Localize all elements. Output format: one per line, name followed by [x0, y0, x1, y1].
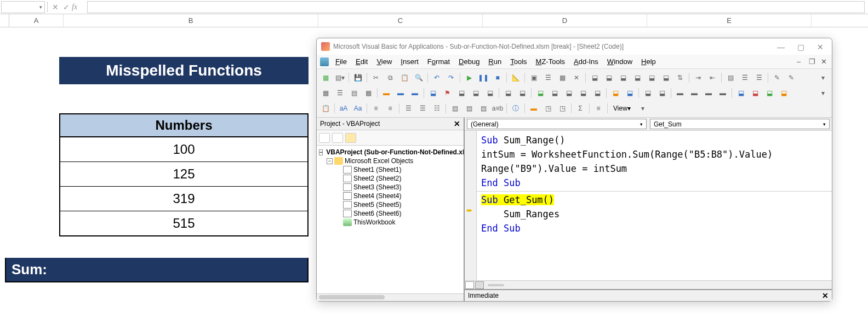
- tb-icon[interactable]: ▬: [408, 87, 421, 99]
- cut-icon[interactable]: ✂: [369, 72, 382, 84]
- tb-icon[interactable]: ◳: [556, 102, 569, 114]
- tb-icon[interactable]: ⬓: [426, 87, 439, 99]
- tb-icon[interactable]: ⬓: [548, 87, 561, 99]
- tb-icon[interactable]: ⬓: [655, 87, 669, 99]
- table-row[interactable]: 100: [59, 137, 309, 162]
- tb-icon[interactable]: ▤: [347, 87, 361, 99]
- object-dropdown[interactable]: (General)▾: [467, 119, 647, 129]
- tb-icon[interactable]: ⬓: [609, 87, 622, 99]
- enter-icon[interactable]: ✓: [61, 3, 72, 11]
- run-icon[interactable]: ▶: [462, 72, 476, 84]
- tb-icon[interactable]: ⬓: [516, 87, 529, 99]
- tb-icon[interactable]: ☰: [416, 102, 429, 114]
- find-icon[interactable]: 🔍: [412, 72, 425, 84]
- tb-icon[interactable]: ⬓: [777, 87, 790, 99]
- tb-icon[interactable]: ≡: [384, 102, 397, 114]
- horizontal-scrollbar[interactable]: [488, 284, 504, 286]
- tb-icon[interactable]: ⬓: [469, 87, 482, 99]
- code-gutter[interactable]: ➨: [465, 131, 477, 280]
- tb-icon[interactable]: ☰: [333, 87, 346, 99]
- procedure-dropdown[interactable]: Get_Sum▾: [650, 119, 830, 129]
- tb-icon[interactable]: ▤: [724, 72, 737, 84]
- tb-icon[interactable]: ≡: [592, 102, 605, 114]
- project-tree[interactable]: −VBAProject (Sub-or-Function-Not-Defined…: [317, 146, 464, 293]
- tb-icon[interactable]: ⬓: [455, 87, 468, 99]
- tb-icon[interactable]: ⬓: [483, 87, 496, 99]
- tb-icon[interactable]: ▤: [448, 102, 461, 114]
- name-box[interactable]: ▾: [1, 1, 45, 13]
- redo-icon[interactable]: ↷: [444, 72, 458, 84]
- insert-module-icon[interactable]: ▤▾: [333, 72, 346, 84]
- tb-icon[interactable]: ⬓: [749, 87, 762, 99]
- full-module-view-button[interactable]: [475, 281, 484, 289]
- menu-window[interactable]: Window: [603, 57, 637, 66]
- tb-icon[interactable]: ▬: [688, 87, 701, 99]
- indent-icon[interactable]: ⇥: [692, 72, 705, 84]
- menu-mztools[interactable]: MZ-Tools: [532, 57, 569, 66]
- select-all-corner[interactable]: [0, 14, 9, 27]
- menu-addins[interactable]: Add-Ins: [569, 57, 603, 66]
- tb-icon[interactable]: ⬓: [562, 87, 575, 99]
- col-header-b[interactable]: B: [64, 14, 318, 27]
- tb-icon[interactable]: ✎: [770, 72, 784, 84]
- view-code-icon[interactable]: [319, 133, 330, 143]
- col-header-a[interactable]: A: [9, 14, 64, 27]
- tb-icon[interactable]: ⬓: [588, 72, 601, 84]
- tb-icon[interactable]: ▦: [362, 87, 375, 99]
- tb-icon[interactable]: ☷: [430, 102, 443, 114]
- table-row[interactable]: 515: [59, 211, 309, 236]
- project-folder[interactable]: −Microsoft Excel Objects: [317, 157, 464, 165]
- excel-icon[interactable]: [320, 57, 329, 66]
- tb-icon[interactable]: ▤: [477, 102, 490, 114]
- minimize-button[interactable]: —: [777, 43, 785, 50]
- menu-file[interactable]: File: [331, 57, 351, 66]
- tb-icon[interactable]: ▤: [462, 102, 476, 114]
- menu-debug[interactable]: Debug: [454, 57, 484, 66]
- reset-icon[interactable]: ■: [491, 72, 504, 84]
- tb-icon[interactable]: ⬓: [645, 72, 658, 84]
- toolbar-overflow-icon[interactable]: ▾: [816, 87, 830, 99]
- uncomment-icon[interactable]: ☰: [752, 72, 766, 84]
- table-row[interactable]: 319: [59, 187, 309, 211]
- tb-icon[interactable]: Σ: [574, 102, 587, 114]
- outdent-icon[interactable]: ⇤: [706, 72, 719, 84]
- view-label[interactable]: View▾: [610, 105, 634, 112]
- tb-icon[interactable]: ▬: [716, 87, 729, 99]
- tree-workbook[interactable]: ThisWorkbook: [317, 218, 464, 227]
- table-row[interactable]: 125: [59, 162, 309, 187]
- tb-icon[interactable]: ⬓: [602, 72, 615, 84]
- project-explorer-icon[interactable]: ▣: [527, 72, 540, 84]
- fx-icon[interactable]: fx: [72, 3, 87, 11]
- tb-icon[interactable]: ▦: [319, 87, 332, 99]
- tree-sheet[interactable]: Sheet4 (Sheet4): [317, 192, 464, 200]
- tb-icon[interactable]: ☰: [402, 102, 415, 114]
- tree-sheet[interactable]: Sheet6 (Sheet6): [317, 209, 464, 218]
- tb-icon[interactable]: ≡: [369, 102, 382, 114]
- tb-icon[interactable]: ▬: [673, 87, 687, 99]
- col-header-c[interactable]: C: [318, 14, 483, 27]
- tb-icon[interactable]: ▬: [394, 87, 407, 99]
- object-browser-icon[interactable]: ▦: [556, 72, 569, 84]
- tb-icon[interactable]: ⬓: [616, 72, 630, 84]
- tree-sheet[interactable]: Sheet5 (Sheet5): [317, 200, 464, 209]
- tb-icon[interactable]: ⬓: [576, 87, 590, 99]
- tb-icon[interactable]: a≡b: [491, 102, 504, 114]
- tb-icon[interactable]: ⬓: [734, 87, 747, 99]
- design-mode-icon[interactable]: 📐: [509, 72, 522, 84]
- tb-icon[interactable]: ◳: [541, 102, 555, 114]
- project-explorer-header[interactable]: Project - VBAProject ✕: [317, 118, 464, 130]
- cancel-icon[interactable]: ✕: [50, 3, 61, 11]
- col-header-e[interactable]: E: [647, 14, 812, 27]
- mdi-close-button[interactable]: ✕: [821, 57, 829, 66]
- mdi-restore-button[interactable]: ❐: [809, 57, 816, 66]
- menu-format[interactable]: Format: [423, 57, 454, 66]
- close-icon[interactable]: ✕: [454, 119, 460, 128]
- project-scrollbar[interactable]: [317, 293, 464, 301]
- tb-icon[interactable]: ▬: [380, 87, 393, 99]
- tb-icon[interactable]: ⬓: [641, 87, 654, 99]
- tb-icon[interactable]: Aa: [351, 102, 364, 114]
- sum-row[interactable]: Sum:: [5, 258, 309, 282]
- tb-icon[interactable]: ⬓: [534, 87, 547, 99]
- menu-insert[interactable]: Insert: [396, 57, 423, 66]
- tb-icon[interactable]: ⚑: [441, 87, 454, 99]
